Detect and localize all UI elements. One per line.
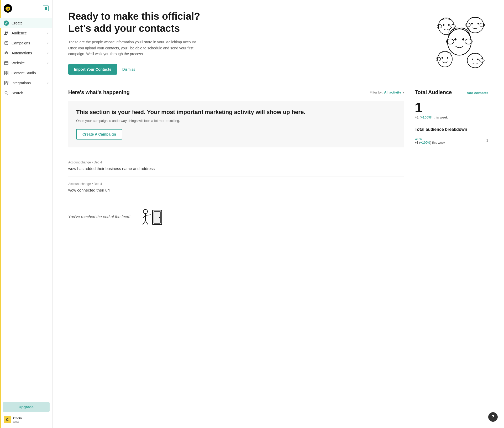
feed-column: Here's what's happening Filter by: All a… [68,89,404,235]
hero-illustration [430,11,488,76]
svg-rect-21 [4,71,6,73]
hero-description: These are the people whose information y… [68,39,200,57]
user-name: Chris [13,416,22,420]
svg-point-43 [471,23,473,24]
svg-point-46 [480,23,485,27]
breakdown-title: Total audience breakdown [415,127,488,132]
svg-line-31 [7,94,8,95]
svg-point-42 [467,17,484,33]
sidebar-item-label-integrations: Integrations [12,81,47,85]
add-contacts-link[interactable]: Add contacts [467,91,488,95]
sidebar-item-website[interactable]: Website ▾ [0,58,52,68]
svg-line-63 [145,221,148,225]
audience-title: Total Audience [415,89,452,95]
help-button[interactable]: ? [488,412,498,422]
sidebar-item-label-campaigns: Campaigns [12,41,47,45]
hero-title: Ready to make this official? Let's add y… [68,11,215,34]
create-campaign-button[interactable]: Create A Campaign [76,129,122,140]
breakdown-row-1: wow +1 (+100%) this week 1 [415,136,488,146]
nav-menu: Create Audience ▾ [0,16,52,399]
sidebar-toggle-button[interactable] [43,6,49,11]
sidebar-item-label-search: Search [12,91,49,95]
activity-meta-2: Account change • Dec 4 [68,182,404,186]
svg-rect-23 [4,73,6,75]
bd-pct: +100% [420,141,430,145]
svg-point-5 [9,8,10,9]
avatar: C [4,416,11,423]
growth-suffix: ) this week [432,115,448,119]
svg-rect-22 [7,71,8,73]
activity-meta-1: Account change • Dec 4 [68,161,404,164]
activity-text-1: wow has added their business name and ad… [68,166,404,171]
svg-point-52 [472,59,473,60]
svg-point-12 [5,53,6,54]
main-content: Ready to make this official? Let's add y… [52,0,504,428]
sidebar-item-audience[interactable]: Audience ▾ [0,28,52,38]
activity-item-2: Account change • Dec 4 wow connected the… [68,177,404,198]
hero-actions: Import Your Contacts Dismiss [68,64,215,75]
sidebar-item-automations[interactable]: Automations ▾ [0,48,52,58]
sidebar-item-label-website: Website [12,61,47,65]
hero-section: Ready to make this official? Let's add y… [68,11,488,76]
sidebar-item-campaigns[interactable]: Campaigns ▾ [0,38,52,48]
integrations-icon [4,80,9,86]
svg-point-19 [5,62,5,62]
activity-text-2: wow connected their url [68,187,404,193]
bd-prefix: +1 ( [415,141,420,145]
activity-separator-1: • [92,161,94,164]
sidebar-item-integrations[interactable]: Integrations ▾ [0,78,52,88]
user-row[interactable]: C Chris wow [3,414,50,425]
sidebar-item-create[interactable]: Create [0,18,52,28]
user-info: Chris wow [13,416,22,423]
svg-point-49 [447,57,448,59]
growth-prefix: +1 ( [415,115,421,119]
end-feed-illustration [138,206,164,227]
bd-suffix: ) this week [430,141,445,145]
audience-header: Total Audience Add contacts [415,89,488,96]
breakdown-value-1: 1 [486,138,488,143]
sidebar-header [0,0,52,16]
sidebar-item-label-audience: Audience [12,31,47,35]
svg-point-58 [143,209,148,214]
svg-rect-26 [7,81,8,83]
sidebar-item-search[interactable]: Search [0,88,52,98]
growth-pct: +100% [421,115,432,119]
website-icon [4,60,9,66]
automations-icon [4,50,9,56]
hero-text: Ready to make this official? Let's add y… [68,11,215,75]
chevron-down-icon-3: ▾ [47,52,49,55]
activity-date-2: Dec 4 [94,182,102,186]
feed-promo-card: This section is your feed. Your most imp… [68,101,404,147]
activity-item-1: Account change • Dec 4 wow has added the… [68,155,404,177]
feed-title: Here's what's happening [68,89,130,95]
svg-point-20 [6,62,6,62]
upgrade-button[interactable]: Upgrade [3,402,50,412]
pencil-icon [4,20,9,26]
chevron-down-icon-5: ▾ [47,82,49,85]
import-contacts-button[interactable]: Import Your Contacts [68,64,117,75]
svg-point-13 [7,53,8,54]
sidebar-item-content-studio[interactable]: Content Studio [0,68,52,78]
dismiss-button[interactable]: Dismiss [122,67,135,71]
svg-point-7 [6,32,8,33]
filter-value[interactable]: All activity [384,90,401,94]
svg-line-62 [143,221,145,225]
svg-point-53 [477,59,479,60]
svg-rect-25 [4,81,6,83]
people-icon [4,30,9,36]
audience-column: Total Audience Add contacts 1 +1 (+100%)… [415,89,488,146]
svg-point-4 [6,8,7,9]
svg-point-44 [477,23,479,24]
content-icon [4,70,9,76]
sidebar-item-label-automations: Automations [12,51,47,55]
svg-point-14 [6,51,7,53]
audience-count: 1 [415,101,488,114]
svg-point-40 [437,24,442,28]
svg-point-54 [480,59,484,62]
promo-card-title: This section is your feed. Your most imp… [76,109,396,116]
svg-point-39 [448,24,450,26]
sidebar-item-label-content-studio: Content Studio [12,71,49,75]
sidebar-bottom: Upgrade C Chris wow [0,399,52,428]
breakdown-sub-1: +1 (+100%) this week [415,141,445,145]
activity-date-1: Dec 4 [94,161,102,164]
